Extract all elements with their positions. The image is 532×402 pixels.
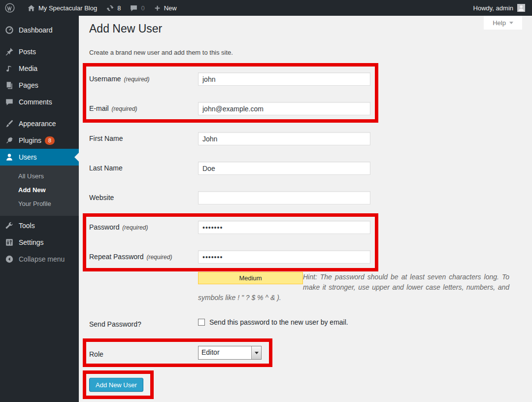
pages-icon (4, 80, 14, 90)
sidebar-item-plugins[interactable]: Plugins 8 (0, 132, 79, 149)
sidebar-item-label: Appearance (19, 120, 56, 128)
wordpress-logo-icon (4, 2, 15, 13)
add-new-user-button[interactable]: Add New User (89, 378, 143, 392)
submenu-item-add-new[interactable]: Add New (0, 183, 79, 197)
update-icon (106, 4, 114, 12)
help-label: Help (493, 19, 506, 27)
email-label: E-mail (required) (89, 104, 137, 112)
role-selected-value: Editor (199, 346, 251, 359)
submenu-item-all-users[interactable]: All Users (0, 169, 79, 183)
sidebar-item-label: Media (19, 65, 37, 72)
password-field[interactable] (198, 221, 370, 234)
wordpress-logo-menu[interactable] (0, 0, 23, 16)
email-field[interactable] (198, 102, 370, 115)
updates-menu[interactable]: 8 (101, 0, 125, 16)
required-note: (required) (112, 105, 137, 112)
plus-icon (154, 4, 161, 12)
send-password-label: Send Password? (89, 320, 141, 328)
field-label-text: E-mail (89, 104, 109, 112)
required-note: (required) (124, 76, 149, 83)
field-label-text: Repeat Password (89, 253, 144, 261)
required-note: (required) (146, 254, 172, 261)
role-select[interactable]: Editor (198, 346, 262, 360)
password-label: Password (required) (89, 223, 148, 231)
users-submenu: All Users Add New Your Profile (0, 166, 79, 216)
password-strength-meter: Medium (198, 272, 303, 284)
sidebar-item-settings[interactable]: Settings (0, 234, 79, 251)
website-label: Website (89, 194, 114, 201)
sidebar-item-users[interactable]: Users (0, 149, 79, 166)
dashboard-icon (4, 25, 14, 35)
password-hint-area: Medium Hint: The password should be at l… (198, 272, 509, 303)
sidebar-item-label: Users (19, 153, 37, 161)
account-menu[interactable]: Howdy, admin (473, 4, 532, 12)
help-button[interactable]: Help (484, 16, 522, 30)
website-field[interactable] (198, 191, 370, 204)
sidebar-item-comments[interactable]: Comments (0, 94, 79, 110)
sidebar-item-label: Settings (19, 238, 44, 246)
collapse-icon (4, 254, 14, 264)
last-name-field[interactable] (198, 162, 370, 175)
home-icon (27, 4, 35, 12)
plugins-update-badge: 8 (45, 136, 55, 145)
sidebar-item-label: Comments (19, 98, 52, 106)
repeat-password-field[interactable] (198, 250, 370, 264)
sidebar-item-dashboard[interactable]: Dashboard (0, 22, 79, 38)
howdy-text: Howdy, admin (473, 4, 513, 12)
page-title: Add New User (89, 22, 162, 35)
send-password-checkbox[interactable] (198, 319, 205, 326)
comment-bubble-icon (130, 4, 138, 12)
submenu-item-your-profile[interactable]: Your Profile (0, 197, 79, 211)
wordpress-admin-page: My Spectacular Blog 8 0 New Howdy, admin (0, 0, 532, 402)
tools-icon (4, 221, 14, 231)
sidebar-item-label: Pages (19, 81, 38, 89)
chevron-down-icon (509, 22, 513, 24)
plugins-icon (4, 135, 14, 145)
comments-icon (4, 97, 14, 107)
sidebar-item-appearance[interactable]: Appearance (0, 115, 79, 132)
send-password-control: Send this password to the new user by em… (198, 318, 348, 326)
site-name-menu[interactable]: My Spectacular Blog (23, 0, 101, 16)
pin-icon (4, 47, 14, 57)
current-menu-arrow (74, 153, 79, 162)
sidebar-item-label: Plugins (19, 136, 41, 144)
last-name-label: Last Name (89, 164, 123, 172)
comment-count: 0 (141, 4, 144, 12)
sidebar-item-label: Dashboard (19, 26, 53, 34)
comments-menu[interactable]: 0 (125, 0, 149, 16)
sidebar-item-collapse-menu[interactable]: Collapse menu (0, 251, 79, 268)
username-label: Username (required) (89, 75, 150, 83)
appearance-icon (4, 119, 14, 129)
first-name-label: First Name (89, 134, 123, 142)
select-arrow-button (251, 346, 261, 359)
media-icon (4, 64, 14, 73)
users-icon (4, 152, 14, 162)
send-password-text: Send this password to the new user by em… (209, 318, 348, 326)
page-subtitle: Create a brand new user and add them to … (89, 49, 233, 56)
sidebar-item-tools[interactable]: Tools (0, 217, 79, 234)
sidebar-item-posts[interactable]: Posts (0, 43, 79, 60)
update-count: 8 (117, 4, 121, 12)
settings-icon (4, 237, 14, 247)
new-content-menu[interactable]: New (149, 0, 181, 16)
username-field[interactable] (198, 72, 370, 86)
sidebar-item-pages[interactable]: Pages (0, 77, 79, 94)
repeat-password-label: Repeat Password (required) (89, 253, 172, 261)
site-name: My Spectacular Blog (38, 4, 97, 12)
sidebar-item-label: Tools (19, 222, 35, 230)
first-name-field[interactable] (198, 132, 370, 145)
field-label-text: Username (89, 75, 121, 83)
role-label: Role (89, 350, 103, 358)
new-label: New (164, 4, 177, 12)
admin-bar: My Spectacular Blog 8 0 New Howdy, admin (0, 0, 532, 16)
sidebar-item-label: Posts (19, 48, 36, 56)
field-label-text: Password (89, 223, 119, 231)
chevron-down-icon (255, 352, 259, 354)
avatar (517, 4, 525, 12)
admin-sidebar: Dashboard Posts Media Pages Comments (0, 16, 79, 402)
required-note: (required) (122, 224, 148, 231)
sidebar-item-media[interactable]: Media (0, 60, 79, 77)
sidebar-item-label: Collapse menu (19, 255, 65, 263)
